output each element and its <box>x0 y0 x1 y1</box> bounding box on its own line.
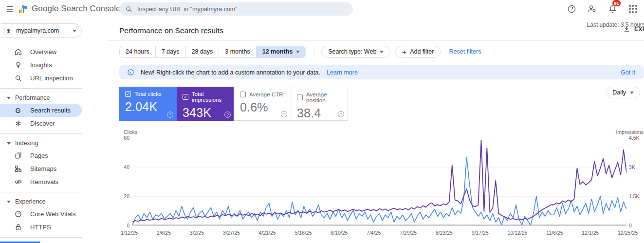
filter-row: 24 hours 7 days 28 days 3 months 12 mont… <box>119 45 644 58</box>
y-tick: 0 <box>629 223 632 228</box>
range-24-hours[interactable]: 24 hours <box>120 46 156 57</box>
granularity-dropdown[interactable]: Daily <box>606 87 640 98</box>
x-tick: 11/6/25 <box>546 230 563 236</box>
sidebar-item-discover[interactable]: Discover <box>0 117 82 130</box>
filter-separator <box>314 46 314 57</box>
sidebar-section-experience[interactable]: Experience <box>0 196 82 207</box>
apps-grid-icon <box>629 5 637 13</box>
sidebar-section-label: Performance <box>15 94 50 101</box>
property-favicon <box>4 27 12 35</box>
sidebar-item-label: URL inspection <box>30 75 73 82</box>
y-tick: 40 <box>107 164 129 170</box>
metric-value: 2.04K <box>125 100 172 114</box>
lock-icon <box>14 223 22 232</box>
x-tick: 10/12/25 <box>508 230 528 236</box>
search-icon <box>125 5 132 13</box>
sidebar-section-indexing[interactable]: Indexing <box>0 137 82 149</box>
eye-off-icon <box>14 178 22 187</box>
x-tick: 4/21/25 <box>259 230 276 236</box>
checkbox-unchecked-icon[interactable] <box>240 92 246 97</box>
learn-more-link[interactable]: Learn more <box>327 69 358 76</box>
range-3-months[interactable]: 3 months <box>219 46 256 57</box>
got-it-button[interactable]: Got it <box>621 69 635 76</box>
x-tick: 7/4/25 <box>367 230 381 236</box>
sidebar-item-core-web-vitals[interactable]: Core Web Vitals <box>0 207 82 221</box>
checkbox-checked-icon[interactable]: ✓ <box>125 91 131 97</box>
sidebar-item-search-results[interactable]: G Search results <box>0 104 82 117</box>
x-tick: 6/10/25 <box>331 230 348 236</box>
help-icon[interactable]: ? <box>224 112 231 118</box>
page-title: Performance on Search results <box>119 26 223 35</box>
metric-value: 38.4 <box>297 106 343 120</box>
sidebar-item-label: Pages <box>30 152 48 159</box>
hamburger-menu-icon[interactable]: ☰ <box>4 3 16 15</box>
range-12-months[interactable]: 12 months <box>257 46 306 57</box>
checkbox-checked-icon[interactable]: ✓ <box>183 94 188 100</box>
metric-value: 0.6% <box>240 100 286 114</box>
sidebar-section-label: Indexing <box>15 140 38 147</box>
average-ctr-card[interactable]: Average CTR 0.6% ? <box>234 87 291 121</box>
date-range-segmented-control: 24 hours 7 days 28 days 3 months 12 mont… <box>119 46 306 58</box>
sidebar-section-label: Experience <box>15 198 46 205</box>
title-row: Performance on Search results EXPORT Las… <box>107 19 644 41</box>
reset-filters-link[interactable]: Reset filters <box>449 48 481 55</box>
sidebar-item-removals[interactable]: Removals <box>0 175 82 188</box>
search-type-chip[interactable]: Search type: Web <box>321 46 390 58</box>
help-button[interactable] <box>565 2 578 15</box>
url-inspect-searchbar[interactable] <box>119 2 353 16</box>
property-selector[interactable]: mypalmyra.com <box>0 23 82 38</box>
help-icon[interactable]: ? <box>338 111 344 117</box>
average-position-card[interactable]: Average position 38.4 ? <box>291 87 348 121</box>
url-inspect-input[interactable] <box>137 6 347 13</box>
lightbulb-icon <box>14 61 22 70</box>
banner-text: New! Right-click the chart to add a cust… <box>141 69 320 76</box>
app-logo[interactable]: Google Search Console <box>18 4 121 14</box>
x-tick: 12/25/25 <box>618 230 638 236</box>
metric-cards: ✓ Total clicks 2.04K ? ✓ Total impressio… <box>119 87 348 121</box>
right-axis-title: Impressions <box>614 129 644 135</box>
x-tick: 12/1/25 <box>582 230 599 236</box>
sidebar-item-overview[interactable]: Overview <box>0 45 82 58</box>
google-apps-button[interactable] <box>626 2 639 15</box>
pages-icon <box>14 151 22 160</box>
range-28-days[interactable]: 28 days <box>186 46 220 57</box>
x-tick: 3/27/25 <box>223 230 240 236</box>
chevron-down-icon <box>296 51 300 53</box>
info-icon <box>127 69 134 76</box>
metric-value: 343K <box>183 106 229 120</box>
section-caret-icon <box>7 97 11 99</box>
metric-label: Average position <box>306 92 343 103</box>
sidebar-item-label: Insights <box>30 61 52 69</box>
sidebar-item-label: Discover <box>30 120 55 127</box>
sidebar-item-url-inspection[interactable]: URL inspection <box>0 72 82 85</box>
sitemaps-icon <box>14 165 22 173</box>
total-impressions-card[interactable]: ✓ Total impressions 343K ? <box>177 87 234 121</box>
sidebar-item-pages[interactable]: Pages <box>0 149 82 162</box>
x-tick: 3/2/25 <box>190 230 204 236</box>
sidebar-item-https[interactable]: HTTPS <box>0 221 82 234</box>
checkbox-unchecked-icon[interactable] <box>297 94 303 100</box>
sidebar-divider <box>0 88 82 89</box>
range-7-days[interactable]: 7 days <box>156 46 186 57</box>
help-icon[interactable]: ? <box>281 111 287 117</box>
x-axis-labels: 1/12/25 2/6/25 3/2/25 3/27/25 4/21/25 5/… <box>121 230 638 236</box>
sidebar-item-insights[interactable]: Insights <box>0 58 82 72</box>
metric-label: Total clicks <box>134 91 162 97</box>
sidebar-item-label: Sitemaps <box>30 165 56 172</box>
sidebar-section-performance[interactable]: Performance <box>0 92 82 104</box>
add-filter-chip[interactable]: + Add filter <box>395 46 441 58</box>
help-icon <box>567 4 576 14</box>
help-icon[interactable]: ? <box>167 112 173 118</box>
main-content: Performance on Search results EXPORT Las… <box>107 19 644 243</box>
user-settings-button[interactable] <box>586 2 598 15</box>
x-tick: 5/16/25 <box>294 230 312 236</box>
performance-line-chart[interactable] <box>132 138 626 225</box>
sidebar-item-sitemaps[interactable]: Sitemaps <box>0 162 82 175</box>
x-tick: 9/17/25 <box>472 230 489 236</box>
total-clicks-card[interactable]: ✓ Total clicks 2.04K ? <box>119 87 177 121</box>
annotation-banner: New! Right-click the chart to add a cust… <box>119 65 644 79</box>
sidebar-item-label: Core Web Vitals <box>30 210 75 218</box>
sidebar-divider <box>0 133 82 134</box>
notifications-button[interactable]: 91 <box>606 2 619 15</box>
sidebar-item-label: Search results <box>30 107 71 114</box>
